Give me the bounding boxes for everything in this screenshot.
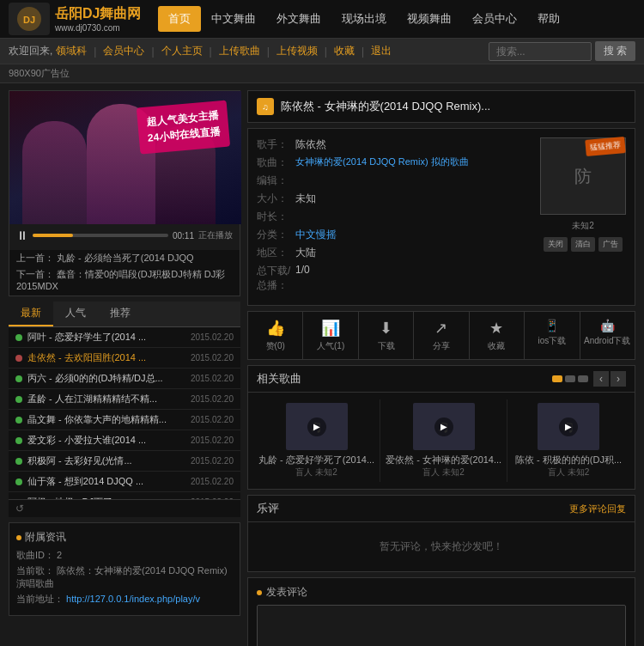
song-title: 丙六 - 必须0的的(DJ特精/DJ总... xyxy=(27,372,187,385)
region-label: 地区： xyxy=(257,246,295,260)
main-content: 超人气美女主播 24小时在线直播 ⏸ 00:11 正在播放 上一首 xyxy=(0,83,644,646)
loop-area: ↺ xyxy=(9,499,240,517)
ios-label: ios下载 xyxy=(538,335,566,347)
tab-popular[interactable]: 人气 xyxy=(53,302,98,326)
list-item[interactable]: 孟龄 - 人在江湖精精精结不精... 2015.02.20 xyxy=(9,389,240,410)
profile-link[interactable]: 个人主页 xyxy=(161,44,203,58)
ios-icon: 📱 xyxy=(544,319,559,332)
nav-foreign[interactable]: 外文舞曲 xyxy=(266,6,331,32)
prev-song-link[interactable]: 丸龄 - 必须给当死了(2014 DJQQ xyxy=(57,253,194,263)
popularity-button[interactable]: 📊 人气(1) xyxy=(303,312,358,359)
song-row: 歌曲： 女神琳的爱(2014 DJQQ Remix) 拟的歌曲 xyxy=(257,155,532,170)
related-items: ♫ ▶ 丸龄 - 恋爱好学死了(2014... 盲人 未知2 ♫ ▶ 爱依然 -… xyxy=(248,393,635,489)
related-item[interactable]: ♫ ▶ 丸龄 - 恋爱好学死了(2014... 盲人 未知2 xyxy=(253,399,380,482)
downloads-row: 总下载/总播： 1/0 xyxy=(257,264,532,293)
share-icon: ↗ xyxy=(434,319,447,338)
sep6: | xyxy=(361,46,364,58)
like-button[interactable]: 👍 赞(0) xyxy=(248,312,303,359)
list-item[interactable]: 爱文彩 - 小爱拉大谁(2014 ... 2015.02.20 xyxy=(9,430,240,451)
logo-area: DJ 岳阳DJ舞曲网 www.dj0730.com xyxy=(9,3,141,35)
popularity-label: 人气(1) xyxy=(317,340,344,352)
list-item[interactable]: 走依然 - 去欢阳国胜(2014 ... 2015.02.20 xyxy=(9,348,240,369)
url-link[interactable]: http://127.0.0.1/index.php/play/v xyxy=(66,594,200,604)
nav-dot-3[interactable] xyxy=(578,375,588,382)
favorite-label: 收藏 xyxy=(488,340,505,352)
favorites-link[interactable]: 收藏 xyxy=(334,44,355,58)
member-center-link[interactable]: 会员中心 xyxy=(103,44,144,58)
comments-section: 乐评 更多评论回复 暂无评论，快来抢沙发吧！ xyxy=(247,495,635,572)
comment-textarea[interactable] xyxy=(257,605,626,646)
nav-help[interactable]: 帮助 xyxy=(527,6,570,32)
score-label: 分类： xyxy=(257,228,295,242)
live-info: 附属资讯 歌曲ID： 2 当前歌： 陈依然：女神琳的爱(2014 DJQQ Re… xyxy=(9,522,240,616)
sep5: | xyxy=(325,46,327,58)
username-link[interactable]: 领域科 xyxy=(56,44,87,58)
share-button[interactable]: ↗ 分享 xyxy=(414,312,469,359)
related-nav-dots xyxy=(552,375,588,382)
nav-home[interactable]: 首页 xyxy=(158,6,201,32)
nav-member[interactable]: 会员中心 xyxy=(462,6,527,32)
list-item[interactable]: 丙六 - 必须0的的(DJ特精/DJ总... 2015.02.20 xyxy=(9,369,240,389)
progress-track[interactable] xyxy=(33,234,168,237)
tab-recommended[interactable]: 推荐 xyxy=(98,302,143,326)
nav-chinese[interactable]: 中文舞曲 xyxy=(201,6,266,32)
music-id-row: 歌曲ID： 2 xyxy=(16,549,233,562)
loop-icon: ↺ xyxy=(15,503,24,515)
tab-latest[interactable]: 最新 xyxy=(9,302,53,326)
like-icon: 👍 xyxy=(266,319,285,338)
upload-video-link[interactable]: 上传视频 xyxy=(276,44,318,58)
logout-link[interactable]: 退出 xyxy=(371,44,392,58)
list-item[interactable]: 仙于落 - 想到2014 DJQQ ... 2015.02.20 xyxy=(9,472,240,492)
nav-dot-2[interactable] xyxy=(565,375,575,382)
nav-dot-1[interactable] xyxy=(552,375,562,382)
tag-unknown2: 清白 xyxy=(571,237,595,252)
related-next-button[interactable]: › xyxy=(611,371,626,387)
next-track: 下一首： 蠢音：情爱0的唱段(DJ积极DJ特精 DJ彩2015MDX xyxy=(9,266,240,296)
recommend-badge: 猛猛推荐 xyxy=(585,137,625,156)
list-item[interactable]: 阿叶 - 恋爱好学生了(2014 ... 2015.02.20 xyxy=(9,327,240,348)
score-link[interactable]: 中文慢摇 xyxy=(295,228,337,242)
welcome-text: 欢迎回来, xyxy=(9,44,52,58)
song-thumbnail: 猛猛推荐 防 xyxy=(540,137,626,215)
song-label: 歌曲： xyxy=(257,155,295,170)
video-promo-text: 超人气美女主播 24小时在线直播 xyxy=(136,101,230,155)
song-title: 爱文彩 - 小爱拉大谁(2014 ... xyxy=(27,434,187,447)
ios-download-button[interactable]: 📱 ios下载 xyxy=(525,312,580,359)
download-button[interactable]: ⬇ 下载 xyxy=(359,312,414,359)
related-thumb: ♫ ▶ xyxy=(286,403,348,450)
logo-image: DJ xyxy=(9,3,50,35)
sep3: | xyxy=(210,46,212,58)
related-prev-button[interactable]: ‹ xyxy=(593,371,609,387)
related-songs-section: 相关歌曲 ‹ › ♫ ▶ 丸龄 - 恋爱好学死了(2014... 盲人 未知2 xyxy=(247,365,635,490)
play-pause-button[interactable]: ⏸ xyxy=(16,229,28,242)
list-item[interactable]: 阿极 - 地极 - DJ下了... 2015.03.20 xyxy=(9,492,240,499)
search-input[interactable] xyxy=(489,42,592,61)
list-item[interactable]: 晶文舞 - 你依靠大声的地精精精... 2015.02.20 xyxy=(9,410,240,430)
song-meta: 歌手： 陈依然 歌曲： 女神琳的爱(2014 DJQQ Remix) 拟的歌曲 … xyxy=(257,137,532,296)
comments-more-link[interactable]: 更多评论回复 xyxy=(569,503,626,515)
like-label: 赞(0) xyxy=(266,340,285,352)
favorite-button[interactable]: ★ 收藏 xyxy=(470,312,525,359)
tag-close[interactable]: 关闭 xyxy=(544,237,568,252)
right-column: ♫ 陈依然 - 女神琳的爱(2014 DJQQ Remix)... 歌手： 陈依… xyxy=(247,90,635,646)
search-button[interactable]: 搜 索 xyxy=(595,41,635,61)
playlist-tabs: 最新 人气 推荐 xyxy=(9,302,240,327)
nav-live[interactable]: 现场出境 xyxy=(331,6,397,32)
song-header-title: 陈依然 - 女神琳的爱(2014 DJQQ Remix)... xyxy=(281,99,626,114)
write-comment-section: 发表评论 发表乐评 xyxy=(247,577,635,646)
related-item[interactable]: ♫ ▶ 爱依然 - 女神琳的爱(2014... 盲人 未知2 xyxy=(380,399,507,482)
player-controls: ⏸ 00:11 正在播放 xyxy=(9,224,240,250)
share-label: 分享 xyxy=(433,340,450,352)
android-download-button[interactable]: 🤖 Android下载 xyxy=(580,312,635,359)
song-date: 2015.02.20 xyxy=(191,332,234,342)
status-dot xyxy=(15,417,22,424)
unknown-label: 未知2 xyxy=(572,220,594,232)
related-song-title: 爱依然 - 女神琳的爱(2014... xyxy=(386,454,501,466)
nav-video[interactable]: 视频舞曲 xyxy=(397,6,462,32)
download-label: 下载 xyxy=(378,340,395,352)
list-item[interactable]: 积极阿 - 去彩好见(光情... 2015.02.20 xyxy=(9,451,240,472)
main-nav: 首页 中文舞曲 外文舞曲 现场出境 视频舞曲 会员中心 帮助 xyxy=(158,6,570,32)
related-item[interactable]: ♫ ▶ 陈依 - 积极的的的(DJ积... 盲人 未知2 xyxy=(507,399,629,482)
status-dot xyxy=(15,355,22,362)
upload-song-link[interactable]: 上传歌曲 xyxy=(219,44,260,58)
